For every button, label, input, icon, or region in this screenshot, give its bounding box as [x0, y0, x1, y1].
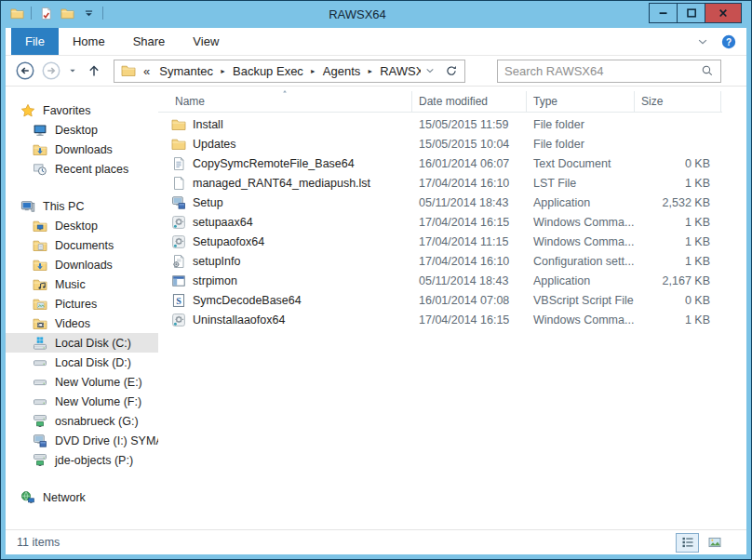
network-icon [20, 490, 35, 505]
file-row[interactable]: Uninstallaaofox6417/04/2014 16:15Windows… [158, 310, 746, 329]
breadcrumb-overflow[interactable]: « [140, 64, 152, 78]
column-header-date-modified[interactable]: Date modified [412, 91, 527, 112]
minimize-button[interactable] [649, 3, 678, 23]
text-document-icon [171, 156, 186, 171]
file-row[interactable]: CopySymcRemoteFile_Base6416/01/2014 06:0… [158, 153, 746, 173]
expand-ribbon-chevron-icon[interactable] [696, 35, 709, 48]
properties-button[interactable] [38, 6, 53, 20]
star-icon [20, 103, 35, 118]
file-date-cell: 17/04/2014 11:15 [412, 235, 527, 248]
search-box[interactable] [497, 60, 721, 83]
sidebar-group-label: This PC [43, 200, 84, 213]
installer-icon [33, 433, 47, 448]
breadcrumb-separator-icon[interactable]: ► [364, 68, 376, 74]
folder-icon [10, 7, 24, 20]
file-row[interactable]: Install15/05/2015 11:59File folder [158, 114, 746, 134]
sidebar-item-dvd-drive-i-syma[interactable]: DVD Drive (I:) SYMA [6, 431, 158, 450]
file-row[interactable]: strpimon05/11/2014 18:43Application2,167… [158, 271, 746, 290]
maximize-button[interactable] [677, 3, 705, 23]
address-bar-controls [424, 64, 458, 77]
sidebar-group-header-this-pc[interactable]: This PC [6, 196, 158, 216]
sidebar-group-header-network[interactable]: Network [6, 487, 158, 507]
file-row[interactable]: Setupaofox6417/04/2014 11:15Windows Comm… [158, 232, 746, 251]
tab-home[interactable]: Home [59, 28, 119, 55]
file-type-cell: Windows Comma... [527, 216, 635, 229]
column-header-type[interactable]: Type [527, 91, 635, 112]
breadcrumb-separator-icon[interactable]: ► [217, 68, 229, 74]
search-input[interactable] [504, 64, 697, 78]
column-header-label: Size [641, 95, 663, 108]
properties-icon [39, 7, 53, 20]
sidebar-item-recent-places[interactable]: Recent places [6, 159, 158, 179]
up-button[interactable] [84, 60, 104, 81]
column-header-name[interactable]: Name [158, 91, 412, 112]
sidebar-item-label: Local Disk (C:) [55, 337, 131, 350]
folder-videos-icon [33, 316, 47, 331]
sidebar-item-local-disk-d[interactable]: Local Disk (D:) [6, 353, 158, 372]
breadcrumb-segment[interactable]: RAWSX64 [376, 64, 421, 78]
address-dropdown-chevron-icon[interactable] [424, 65, 436, 76]
file-row[interactable]: managed_RANT64_mediapush.lst17/04/2014 1… [158, 173, 746, 193]
file-date-cell: 17/04/2014 16:10 [412, 255, 527, 268]
sidebar-item-osnabrueck-g[interactable]: osnabrueck (G:) [6, 411, 158, 431]
breadcrumb-segment[interactable]: Agents [319, 64, 364, 78]
sidebar-item-local-disk-c[interactable]: Local Disk (C:) [6, 333, 158, 353]
back-button[interactable] [15, 60, 35, 81]
file-row[interactable]: Updates15/05/2015 10:04File folder [158, 134, 746, 153]
folder-download-icon [33, 258, 47, 273]
command-script-icon [171, 234, 186, 249]
new-folder-button[interactable] [60, 6, 74, 20]
recent-locations-chevron-icon[interactable] [67, 65, 78, 76]
file-type-cell: Configuration sett... [527, 255, 635, 268]
folder-download-icon [33, 142, 47, 157]
explorer-window: RAWSX64 FileHomeShareView « [0, 0, 752, 560]
file-row[interactable]: setupInfo17/04/2014 16:10Configuration s… [158, 251, 746, 271]
breadcrumb-segment[interactable]: Backup Exec [229, 64, 307, 78]
file-row[interactable]: SymcDecodeBase6416/01/2014 07:08VBScript… [158, 290, 746, 310]
tab-share[interactable]: Share [119, 28, 180, 55]
folder-icon [60, 7, 74, 20]
file-generic-icon [171, 176, 186, 191]
search-icon[interactable] [701, 64, 714, 77]
file-name: managed_RANT64_mediapush.lst [193, 177, 370, 190]
sidebar-item-downloads[interactable]: Downloads [6, 255, 158, 274]
sidebar-item-label: osnabrueck (G:) [55, 415, 139, 428]
sidebar-item-jde-objects-p[interactable]: jde-objects (P:) [6, 450, 158, 470]
sidebar-item-label: jde-objects (P:) [55, 454, 133, 467]
details-view-icon [680, 535, 695, 550]
refresh-icon[interactable] [445, 64, 458, 77]
folder-icon [171, 137, 186, 152]
command-script-icon [171, 313, 186, 327]
breadcrumb-segment[interactable]: Symantec [155, 64, 217, 78]
sidebar-item-videos[interactable]: Videos [6, 313, 158, 333]
details-view-button[interactable] [676, 533, 699, 553]
thumbnails-view-button[interactable] [703, 533, 726, 553]
sidebar-group-header-favorites[interactable]: Favorites [6, 100, 158, 120]
sidebar-item-music[interactable]: Music [6, 274, 158, 294]
explorer-window[interactable] [9, 6, 24, 20]
sidebar-item-pictures[interactable]: Pictures [6, 294, 158, 313]
sidebar-item-documents[interactable]: Documents [6, 235, 158, 255]
sidebar-item-desktop[interactable]: Desktop [6, 216, 158, 235]
tab-file[interactable]: File [11, 28, 59, 55]
file-type-cell: Application [527, 196, 635, 209]
column-header-size[interactable]: Size [635, 91, 721, 112]
breadcrumb-separator-icon[interactable]: ► [307, 68, 319, 74]
file-type-cell: File folder [527, 138, 635, 151]
sidebar-item-new-volume-f[interactable]: New Volume (F:) [6, 392, 158, 411]
sidebar-item-downloads[interactable]: Downloads [6, 140, 158, 159]
window-title: RAWSX64 [94, 1, 621, 28]
file-row[interactable]: setupaax6417/04/2014 16:15Windows Comma.… [158, 212, 746, 232]
file-name: strpimon [193, 274, 237, 287]
file-row[interactable]: Setup05/11/2014 18:43Application2,532 KB [158, 193, 746, 212]
file-name-cell: Uninstallaaofox64 [158, 313, 412, 327]
tab-view[interactable]: View [179, 28, 233, 55]
sidebar-item-desktop[interactable]: Desktop [6, 120, 158, 140]
close-button[interactable] [705, 3, 742, 23]
sidebar-item-new-volume-e[interactable]: New Volume (E:) [6, 372, 158, 392]
file-date-cell: 15/05/2015 11:59 [412, 118, 527, 131]
address-bar[interactable]: « Symantec►Backup Exec►Agents►RAWSX64► [114, 60, 465, 83]
forward-button[interactable] [41, 60, 61, 81]
help-icon[interactable] [721, 34, 736, 49]
file-size-cell: 2,167 KB [635, 274, 721, 287]
